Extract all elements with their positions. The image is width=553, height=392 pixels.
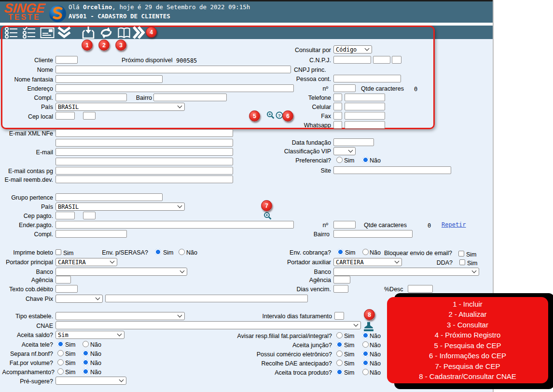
dda-checkbox[interactable]: [459, 259, 465, 265]
celular-input[interactable]: [345, 103, 385, 110]
nome-input[interactable]: [55, 66, 291, 73]
agencia-principal-input[interactable]: [55, 276, 71, 284]
portador-principal-select[interactable]: CARTEIRA: [55, 258, 117, 266]
email-input[interactable]: [55, 148, 233, 156]
nome-fantasia-label: Nome fantasia: [0, 76, 53, 83]
email-reemb-dev-input[interactable]: [55, 176, 233, 183]
acompanhamento-sim-radio[interactable]: [57, 368, 64, 375]
email-input-2[interactable]: [55, 158, 233, 165]
numero-input[interactable]: [333, 84, 356, 92]
grupo-pertence-input[interactable]: [55, 193, 163, 201]
compl-pagto-input[interactable]: [55, 230, 127, 238]
imprime-boleto-checkbox[interactable]: [55, 249, 61, 255]
next-record-icon[interactable]: [132, 26, 145, 41]
dias-vencim-input[interactable]: [333, 285, 348, 293]
banco-principal-select[interactable]: [55, 268, 187, 276]
compl-input[interactable]: [55, 94, 127, 101]
ender-pagto-input[interactable]: [55, 221, 294, 229]
bairro-pagto-input[interactable]: [333, 230, 413, 238]
save-icon[interactable]: [82, 27, 95, 41]
repetir-link[interactable]: Repetir: [442, 221, 466, 228]
fat-por-volume-sim-radio[interactable]: [57, 359, 64, 365]
aceita-tele-sim-radio[interactable]: [57, 341, 64, 347]
intervalo-dias-input[interactable]: [334, 312, 344, 320]
legend-box: 1 - Incluir 2 - Atualizar 3 - Consultar …: [387, 297, 548, 383]
cnae-select[interactable]: [55, 321, 361, 329]
whatsapp-ddd-input[interactable]: [333, 121, 342, 129]
cnpj-input[interactable]: [333, 56, 371, 64]
agencia-auxiliar-input[interactable]: [333, 276, 350, 284]
cep-local-sufixo-input[interactable]: [83, 112, 96, 120]
env-serasa-sim-radio[interactable]: [155, 249, 161, 255]
preferencial-nao-radio[interactable]: [362, 157, 369, 163]
cep-local-input[interactable]: [55, 112, 75, 120]
aceita-juncao-nao-radio[interactable]: [362, 341, 369, 348]
tipo-estabele-select[interactable]: [55, 312, 185, 320]
env-cobranca-sim-radio[interactable]: [337, 249, 344, 255]
pais-pagto-select[interactable]: BRASIL: [55, 203, 185, 211]
separa-nf-nao-radio[interactable]: [83, 350, 89, 356]
preferencial-sim-radio[interactable]: [336, 157, 343, 163]
consultar-por-label: Consultar por: [235, 47, 331, 54]
avisar-resp-sim-radio[interactable]: [336, 332, 343, 338]
browse-book-icon[interactable]: [117, 27, 131, 41]
aceita-tele-nao-radio[interactable]: [83, 341, 89, 347]
celular-ddd-input[interactable]: [333, 103, 342, 110]
aceita-juncao-sim-radio[interactable]: [336, 341, 343, 348]
perc-desc-input[interactable]: [408, 285, 433, 293]
aceita-saldo-select[interactable]: Sim: [55, 331, 124, 339]
bloquear-email-checkbox[interactable]: [458, 251, 464, 257]
expand-all-icon[interactable]: [56, 26, 72, 41]
cliente-input[interactable]: [55, 56, 78, 64]
cep-search-icon[interactable]: [266, 111, 275, 121]
chave-pix-select[interactable]: [55, 295, 103, 303]
site-input[interactable]: [333, 166, 451, 174]
cnpj-dv-input[interactable]: [392, 56, 401, 64]
email-contas-pg-input[interactable]: [55, 167, 233, 175]
refresh-icon[interactable]: [99, 27, 113, 41]
env-cobranca-nao-radio[interactable]: [362, 249, 369, 255]
email-xml-nfe-input[interactable]: [55, 129, 233, 137]
fax-input[interactable]: [345, 112, 385, 120]
classificacao-vip-select[interactable]: [333, 147, 356, 155]
separa-nf-sim-radio[interactable]: [57, 350, 64, 356]
aceita-troca-nao-radio[interactable]: [362, 369, 369, 375]
telefone-input[interactable]: [345, 94, 385, 101]
aceita-troca-sim-radio[interactable]: [336, 369, 343, 375]
texto-cob-debito-input[interactable]: [55, 285, 78, 293]
recolhe-dae-label: Recolhe DAE antecipado?: [207, 360, 332, 367]
fat-por-volume-nao-radio[interactable]: [83, 359, 89, 365]
numero-pagto-input[interactable]: [333, 221, 356, 229]
recolhe-dae-nao-radio[interactable]: [362, 360, 369, 366]
record-list-icon[interactable]: [4, 27, 19, 41]
telefone-ddd-input[interactable]: [333, 94, 342, 101]
possui-comercio-nao-radio[interactable]: [362, 351, 369, 357]
pessoa-cont-input[interactable]: [333, 75, 401, 82]
consultar-por-select[interactable]: Código: [333, 45, 372, 54]
pais-select[interactable]: BRASIL: [55, 103, 185, 111]
cnpj-filial-input[interactable]: [373, 56, 390, 64]
cep-pagto-sufixo-input[interactable]: [83, 212, 96, 219]
tipo-estabele-label: Tipo estabele.: [0, 313, 53, 320]
data-fundacao-input[interactable]: [333, 138, 374, 146]
fax-ddd-input[interactable]: [333, 112, 342, 120]
possui-comercio-sim-radio[interactable]: [336, 351, 343, 357]
record-card-icon[interactable]: [40, 27, 55, 41]
env-serasa-nao-radio[interactable]: [179, 249, 185, 255]
acompanhamento-nao-radio[interactable]: [83, 368, 89, 375]
whatsapp-input[interactable]: [345, 121, 385, 129]
legend-line: 7- Pesquisa de CEP: [435, 361, 500, 372]
bairro-input[interactable]: [153, 94, 227, 101]
cep-pagto-search-icon[interactable]: [263, 212, 272, 222]
record-checklist-icon[interactable]: [22, 27, 37, 41]
cep-pagto-input[interactable]: [55, 212, 75, 219]
nome-fantasia-input[interactable]: [55, 75, 163, 83]
banco-auxiliar-select[interactable]: [333, 268, 479, 276]
cnae-stamp-icon[interactable]: [362, 322, 375, 334]
portador-auxiliar-select[interactable]: CARTEIRA: [333, 258, 402, 266]
chave-pix-input[interactable]: [105, 295, 308, 302]
email-xml-nfe-input-2[interactable]: [55, 139, 233, 147]
pre-sugere-select[interactable]: [55, 377, 126, 385]
endereco-input[interactable]: [55, 84, 294, 92]
recolhe-dae-sim-radio[interactable]: [336, 360, 343, 366]
